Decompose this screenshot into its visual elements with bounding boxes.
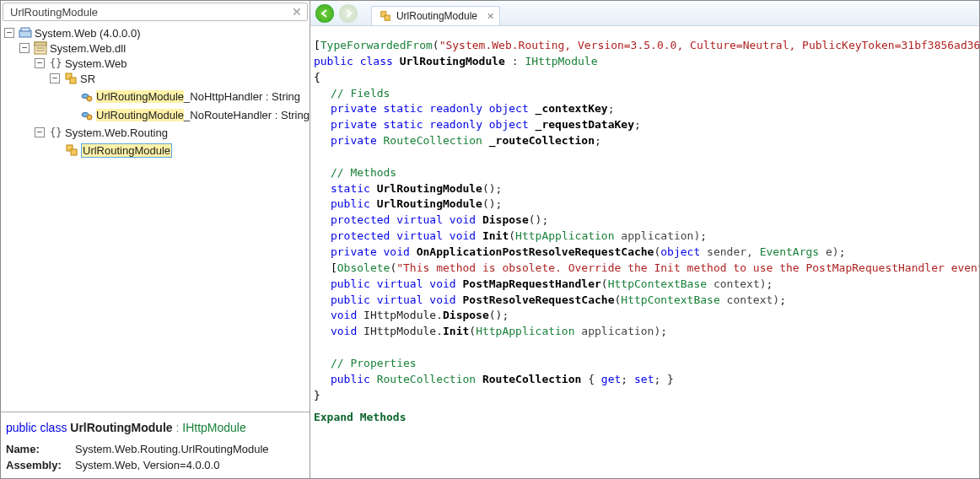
module-icon xyxy=(34,41,47,55)
signature-line: public class UrlRoutingModule : IHttpMod… xyxy=(6,421,304,434)
collapse-icon[interactable]: − xyxy=(19,43,30,53)
left-pane: ✕ − System.Web (4.0.0.0) − xyxy=(1,1,310,478)
namespace-node[interactable]: − {} System.Web xyxy=(35,57,127,70)
search-input[interactable] xyxy=(8,5,292,19)
detail-assembly-row: Assembly: System.Web, Version=4.0.0.0 xyxy=(6,457,304,473)
detail-name-label: Name: xyxy=(6,443,65,455)
field-node[interactable]: UrlRoutingModule_NoHttpHandler : String xyxy=(65,89,300,103)
field-label: UrlRoutingModule_NoRouteHandler : String xyxy=(96,109,310,121)
namespace-label: System.Web xyxy=(65,57,127,70)
assembly-label: System.Web (4.0.0.0) xyxy=(35,27,140,40)
svg-rect-17 xyxy=(385,15,390,20)
type-node-selected[interactable]: UrlRoutingModule xyxy=(50,143,172,158)
nav-forward-button[interactable] xyxy=(339,4,358,23)
details-pane: public class UrlRoutingModule : IHttpMod… xyxy=(1,412,310,478)
field-icon xyxy=(80,108,94,121)
namespace-icon: {} xyxy=(49,126,62,139)
detail-name-row: Name: System.Web.Routing.UrlRoutingModul… xyxy=(6,441,304,457)
tab-title: UrlRoutingModule xyxy=(396,10,477,22)
class-node[interactable]: − SR xyxy=(50,72,95,85)
dll-label: System.Web.dll xyxy=(50,42,126,55)
detail-name-value: System.Web.Routing.UrlRoutingModule xyxy=(75,443,269,455)
namespace-icon: {} xyxy=(49,57,62,70)
svg-point-12 xyxy=(87,115,92,120)
namespace-node[interactable]: − {} System.Web.Routing xyxy=(35,126,168,139)
svg-rect-8 xyxy=(70,78,76,83)
assembly-icon xyxy=(19,26,32,40)
expand-methods-link[interactable]: Expand Methods xyxy=(314,410,407,426)
svg-text:{}: {} xyxy=(50,126,62,138)
class-label: SR xyxy=(80,73,95,85)
class-icon xyxy=(65,143,78,157)
svg-rect-15 xyxy=(71,149,77,155)
nav-back-button[interactable] xyxy=(315,4,334,23)
svg-point-10 xyxy=(87,96,92,101)
assembly-node[interactable]: − System.Web (4.0.0.0) xyxy=(4,26,140,40)
dll-node[interactable]: − System.Web.dll xyxy=(19,41,126,55)
detail-assembly-value: System.Web, Version=4.0.0.0 xyxy=(75,459,219,471)
field-node[interactable]: UrlRoutingModule_NoRouteHandler : String xyxy=(65,108,310,121)
collapse-icon[interactable]: − xyxy=(50,73,60,83)
collapse-icon[interactable]: − xyxy=(35,58,45,68)
type-label-selected: UrlRoutingModule xyxy=(81,143,172,158)
svg-text:{}: {} xyxy=(50,57,62,69)
code-toolbar: UrlRoutingModule ✕ xyxy=(310,1,980,26)
field-icon xyxy=(80,89,94,103)
code-view[interactable]: [TypeForwardedFrom("System.Web.Routing, … xyxy=(310,26,980,478)
tree-view[interactable]: − System.Web (4.0.0.0) − xyxy=(1,23,310,412)
class-icon xyxy=(64,72,78,85)
search-box[interactable]: ✕ xyxy=(3,3,308,21)
collapse-icon[interactable]: − xyxy=(35,127,45,137)
field-label: UrlRoutingModule_NoHttpHandler : String xyxy=(96,90,300,103)
namespace-label: System.Web.Routing xyxy=(65,126,168,139)
svg-rect-3 xyxy=(35,42,46,46)
collapse-icon[interactable]: − xyxy=(4,28,14,38)
code-tab[interactable]: UrlRoutingModule ✕ xyxy=(371,6,500,25)
class-icon xyxy=(379,9,392,23)
close-tab-icon[interactable]: ✕ xyxy=(487,11,494,22)
clear-search-icon[interactable]: ✕ xyxy=(292,5,302,19)
svg-rect-1 xyxy=(21,28,30,31)
right-pane: UrlRoutingModule ✕ [TypeForwardedFrom("S… xyxy=(310,1,980,478)
detail-assembly-label: Assembly: xyxy=(6,459,65,471)
